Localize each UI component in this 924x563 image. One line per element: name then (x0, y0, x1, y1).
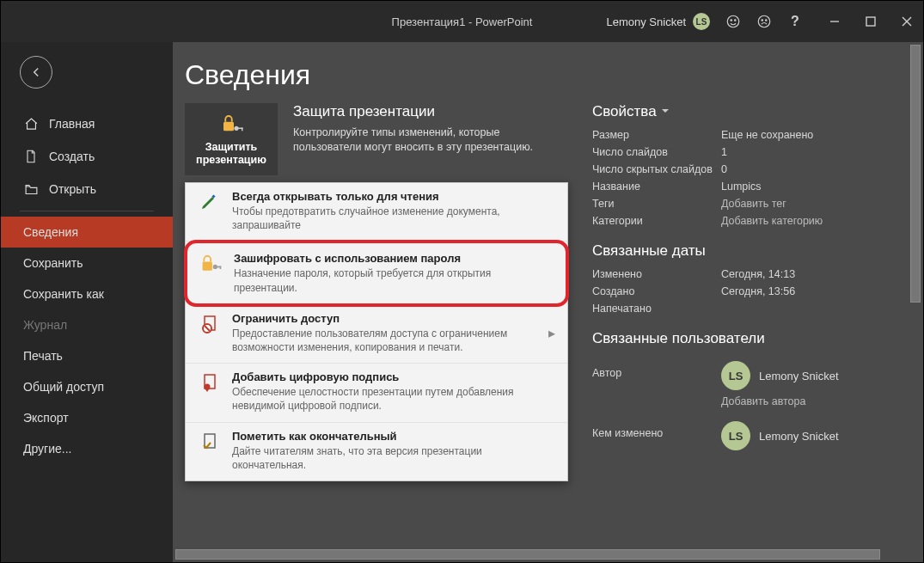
protect-heading: Защита презентации (293, 103, 568, 120)
window-title: Презентация1 - PowerPoint (392, 15, 533, 28)
menu-item-sub: Обеспечение целостности презентации путе… (232, 385, 555, 413)
svg-rect-10 (223, 122, 234, 132)
lock-key-icon (199, 252, 223, 294)
date-row: ИзмененоСегодня, 14:13 (592, 268, 897, 280)
nav-history: Журнал (1, 309, 173, 340)
changed-by-entry[interactable]: LS Lemony Snicket (721, 421, 839, 450)
folder-open-icon (23, 181, 39, 197)
pen-icon (198, 190, 222, 232)
user-name: Lemony Snicket (607, 15, 687, 28)
nav-print[interactable]: Печать (1, 340, 173, 371)
prop-row: Число скрытых слайдов0 (592, 163, 897, 175)
title-bar: Презентация1 - PowerPoint Lemony Snicket… (1, 1, 923, 42)
vertical-scrollbar[interactable] (908, 42, 923, 562)
people-heading: Связанные пользователи (592, 330, 897, 347)
menu-item-sub: Назначение пароля, который требуется для… (234, 266, 554, 294)
nav-save[interactable]: Сохранить (1, 248, 173, 278)
svg-rect-24 (205, 434, 215, 448)
backstage-main: Сведения Защитить презентацию Защита пре… (173, 42, 923, 562)
author-label: Автор (592, 367, 721, 379)
svg-point-5 (766, 20, 768, 21)
nav-info[interactable]: Сведения (1, 217, 173, 248)
prop-row: ТегиДобавить тег (592, 198, 897, 210)
svg-rect-18 (220, 266, 222, 269)
svg-point-1 (731, 20, 732, 21)
home-icon (23, 116, 39, 132)
menu-mark-final[interactable]: Пометить как окончательный Дайте читател… (186, 423, 567, 480)
horizontal-scrollbar[interactable] (173, 547, 908, 562)
final-icon (198, 430, 222, 472)
highlight-annotation: Зашифровать с использованием пароля Назн… (184, 240, 569, 306)
menu-restrict-access[interactable]: Ограничить доступ Предоставление пользов… (186, 305, 567, 364)
nav-more[interactable]: Другие... (1, 433, 173, 464)
chevron-right-icon: ▸ (548, 325, 555, 341)
minimize-button[interactable] (827, 14, 842, 29)
menu-item-title: Ограничить доступ (232, 312, 538, 325)
nav-home[interactable]: Главная (1, 107, 173, 140)
ribbon-icon (198, 370, 222, 413)
menu-read-only[interactable]: Всегда открывать только для чтения Чтобы… (186, 183, 567, 242)
menu-item-title: Добавить цифровую подпись (232, 370, 555, 383)
menu-digital-signature[interactable]: Добавить цифровую подпись Обеспечение це… (186, 364, 567, 422)
protect-presentation-button[interactable]: Защитить презентацию (185, 103, 278, 175)
svg-point-3 (758, 15, 770, 28)
menu-item-sub: Дайте читателям знать, что эта версия пр… (232, 444, 555, 472)
svg-point-0 (727, 15, 739, 28)
prop-row: РазмерЕще не сохранено (592, 129, 897, 141)
nav-share[interactable]: Общий доступ (1, 371, 173, 402)
maximize-button[interactable] (863, 14, 878, 29)
help-icon[interactable]: ? (787, 14, 803, 29)
back-button[interactable] (20, 56, 52, 89)
protect-description: Контролируйте типы изменений, которые по… (293, 125, 568, 155)
nav-export[interactable]: Экспорт (1, 402, 173, 433)
menu-item-title: Всегда открывать только для чтения (232, 190, 555, 203)
nav-save-as[interactable]: Сохранить как (1, 278, 173, 309)
changed-by-label: Кем изменено (592, 427, 721, 439)
prop-row: КатегорииДобавить категорию (592, 215, 897, 227)
nav-new[interactable]: Создать (1, 140, 173, 173)
add-author-link[interactable]: Добавить автора (721, 395, 897, 407)
menu-item-sub: Чтобы предотвратить случайное изменение … (232, 205, 555, 232)
properties-heading[interactable]: Свойства (592, 103, 897, 120)
svg-rect-7 (866, 17, 875, 26)
date-row: Напечатано (592, 303, 897, 315)
backstage-sidebar: Главная Создать Открыть Сведения Сохрани… (1, 42, 173, 562)
nav-open[interactable]: Открыть (1, 173, 173, 205)
svg-rect-15 (203, 262, 212, 271)
dates-heading: Связанные даты (592, 242, 897, 260)
nav-label: Создать (49, 150, 95, 163)
close-button[interactable] (899, 14, 915, 29)
menu-item-sub: Предоставление пользователям доступа с о… (232, 327, 538, 354)
protect-menu-popup: Всегда открывать только для чтения Чтобы… (185, 182, 568, 481)
nav-label: Открыть (49, 182, 96, 196)
avatar-icon: LS (721, 361, 750, 390)
face-smile-icon[interactable] (725, 14, 741, 29)
add-category[interactable]: Добавить категорию (721, 215, 823, 227)
user-avatar: LS (693, 13, 710, 30)
menu-item-title: Пометить как окончательный (232, 430, 555, 443)
page-title: Сведения (185, 59, 923, 91)
add-tag[interactable]: Добавить тег (721, 198, 786, 210)
svg-rect-13 (242, 128, 243, 132)
file-icon (23, 149, 39, 164)
svg-point-4 (762, 20, 763, 21)
nav-label: Главная (49, 117, 95, 131)
date-row: СозданоСегодня, 13:56 (592, 285, 897, 297)
svg-point-23 (205, 384, 211, 390)
lock-icon (218, 113, 244, 138)
avatar-icon: LS (721, 421, 750, 450)
user-account[interactable]: Lemony Snicket LS (607, 13, 711, 30)
svg-point-2 (735, 20, 737, 21)
prop-row: НазваниеLumpics (592, 181, 897, 193)
menu-encrypt-password[interactable]: Зашифровать с использованием пароля Назн… (187, 243, 566, 303)
face-sad-icon[interactable] (756, 14, 772, 29)
menu-item-title: Зашифровать с использованием пароля (234, 252, 554, 265)
prop-row: Число слайдов1 (592, 146, 897, 158)
author-entry[interactable]: LS Lemony Snicket (721, 361, 839, 390)
no-entry-icon (198, 312, 222, 354)
